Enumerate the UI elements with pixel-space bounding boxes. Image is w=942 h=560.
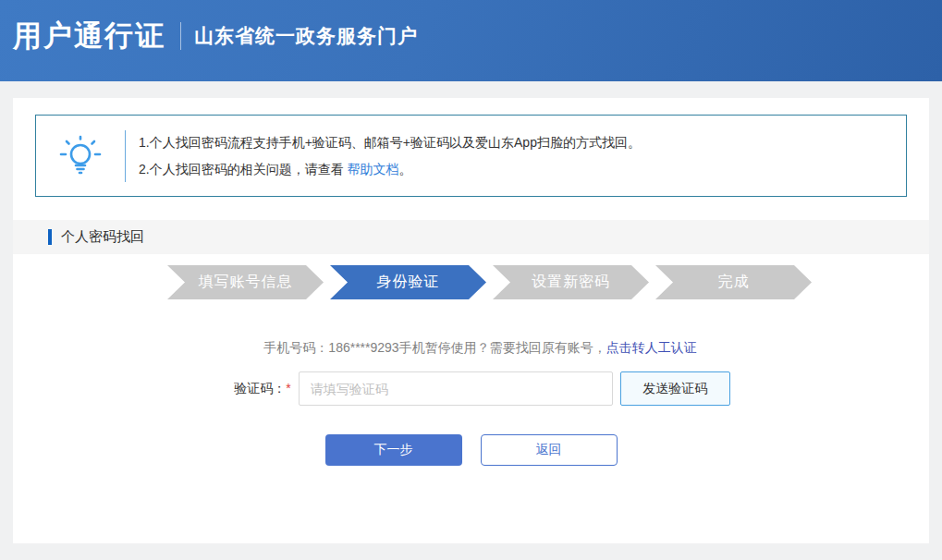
captcha-label: 验证码：*: [234, 381, 290, 397]
page-title: 个人密码找回: [61, 228, 144, 246]
required-asterisk: *: [286, 381, 290, 396]
step-wizard: 填写账号信息 身份验证 设置新密码 完成: [31, 265, 929, 299]
notice-line-2: 2.个人找回密码的相关问题，请查看 帮助文档。: [139, 156, 641, 183]
site-subtitle: 山东省统一政务服务门户: [194, 23, 418, 49]
notice-line-1: 1.个人找回密码流程支持手机+验证码、邮箱号+验证码以及爱山东App扫脸的方式找…: [139, 129, 641, 156]
help-doc-link[interactable]: 帮助文档: [348, 162, 399, 177]
section-header: 个人密码找回: [13, 220, 929, 254]
captcha-form-row: 验证码：* 发送验证码: [24, 371, 929, 406]
captcha-input[interactable]: [299, 371, 613, 406]
step-fill-account-info: 填写账号信息: [167, 265, 324, 299]
page-header: 用户通行证 山东省统一政务服务门户: [0, 0, 942, 81]
lightbulb-icon: [36, 132, 125, 180]
site-title: 用户通行证: [13, 17, 165, 55]
step-identity-verification: 身份验证: [330, 265, 486, 299]
manual-verification-link[interactable]: 点击转人工认证: [606, 340, 697, 355]
section-accent-bar: [48, 229, 52, 245]
step-set-new-password: 设置新密码: [493, 265, 649, 299]
phone-notice: 手机号码：186****9293手机暂停使用？需要找回原有账号，点击转人工认证: [22, 340, 929, 357]
phone-notice-text: 手机号码：186****9293手机暂停使用？需要找回原有账号，: [263, 340, 606, 355]
main-content-card: 1.个人找回密码流程支持手机+验证码、邮箱号+验证码以及爱山东App扫脸的方式找…: [13, 98, 929, 543]
step-complete: 完成: [655, 265, 812, 299]
notice-box: 1.个人找回密码流程支持手机+验证码、邮箱号+验证码以及爱山东App扫脸的方式找…: [35, 115, 907, 197]
action-buttons: 下一步 返回: [13, 434, 929, 466]
notice-text: 1.个人找回密码流程支持手机+验证码、邮箱号+验证码以及爱山东App扫脸的方式找…: [126, 129, 641, 183]
header-divider: [180, 22, 181, 50]
back-button[interactable]: 返回: [481, 434, 618, 466]
next-step-button[interactable]: 下一步: [325, 434, 462, 466]
send-code-button[interactable]: 发送验证码: [620, 371, 730, 406]
